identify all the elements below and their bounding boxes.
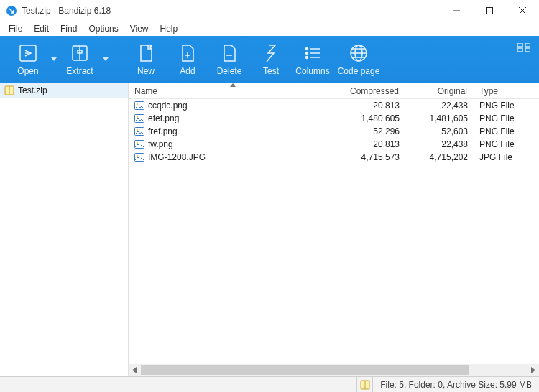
file-name: efef.png [148,113,179,123]
file-original: 22,438 [405,139,474,149]
columns-icon [303,43,323,63]
open-dropdown[interactable] [49,38,59,81]
menu-edit[interactable]: Edit [28,22,55,35]
maximize-button[interactable] [473,0,506,22]
column-name[interactable]: Name [129,83,337,98]
open-button[interactable]: Open [7,38,49,81]
file-type: PNG File [474,101,539,111]
archive-status-icon [357,377,373,393]
table-row[interactable]: IMG-1208.JPG4,715,5734,715,202JPG File [129,151,539,164]
columns-label: Columns [295,66,329,76]
file-type: PNG File [474,139,539,149]
svg-rect-28 [517,48,522,52]
sort-ascending-icon [230,83,236,87]
open-icon [18,43,38,63]
extract-dropdown[interactable] [101,38,111,81]
extract-icon [70,43,90,63]
scroll-thumb[interactable] [141,365,469,375]
svg-rect-38 [135,141,144,149]
svg-point-35 [137,116,138,118]
status-text: File: 5, Folder: 0, Archive Size: 5.99 M… [373,377,539,392]
svg-point-33 [137,103,138,105]
scroll-track[interactable] [141,364,527,376]
column-original[interactable]: Original [405,83,474,98]
delete-button[interactable]: Delete [208,38,250,81]
app-icon [6,5,17,17]
menu-file[interactable]: File [3,22,28,35]
menu-options[interactable]: Options [83,22,124,35]
add-button[interactable]: Add [167,38,208,81]
image-file-icon [134,113,144,123]
codepage-label: Code page [338,66,380,76]
table-row[interactable]: efef.png1,480,6051,481,605PNG File [129,112,539,125]
file-compressed: 4,715,573 [337,152,405,162]
svg-rect-29 [525,48,530,52]
codepage-button[interactable]: Code page [333,38,384,81]
svg-rect-34 [135,115,144,123]
tree-root-item[interactable]: Test.zip [0,83,128,98]
file-type: PNG File [474,126,539,136]
svg-point-17 [306,52,308,54]
table-row[interactable]: fref.png52,29652,603PNG File [129,125,539,138]
status-bar: File: 5, Folder: 0, Archive Size: 5.99 M… [0,376,539,392]
column-headers: Name Compressed Original Type [129,83,539,99]
image-file-icon [134,139,144,149]
new-icon [136,43,156,63]
file-compressed: 20,813 [337,101,405,111]
column-name-label: Name [134,86,157,96]
file-original: 22,438 [405,101,474,111]
delete-icon [219,43,239,63]
svg-point-19 [306,56,308,58]
close-button[interactable] [506,0,539,22]
open-label: Open [17,66,38,76]
column-type[interactable]: Type [474,83,539,98]
add-icon [178,43,198,63]
svg-rect-32 [135,102,144,110]
new-button[interactable]: New [125,38,167,81]
svg-rect-40 [135,154,144,162]
window-title: Test.zip - Bandizip 6.18 [22,6,111,16]
svg-point-41 [137,155,138,157]
scroll-left-icon[interactable] [129,364,141,376]
test-label: Test [263,66,279,76]
delete-label: Delete [217,66,242,76]
file-type: PNG File [474,113,539,123]
column-compressed[interactable]: Compressed [337,83,405,98]
file-list: ccqdc.png20,81322,438PNG Fileefef.png1,4… [129,99,539,364]
menu-find[interactable]: Find [55,22,83,35]
file-original: 52,603 [405,126,474,136]
svg-point-15 [306,47,308,50]
zip-icon [4,85,14,95]
column-original-label: Original [438,86,467,96]
minimize-button[interactable] [440,0,473,22]
test-button[interactable]: Test [250,38,292,81]
view-toggle-icon[interactable] [517,43,530,52]
column-compressed-label: Compressed [350,86,399,96]
columns-button[interactable]: Columns [292,38,333,81]
menu-help[interactable]: Help [155,22,184,35]
add-label: Add [180,66,195,76]
title-bar: Test.zip - Bandizip 6.18 [0,0,539,22]
extract-button[interactable]: Extract [59,38,101,81]
table-row[interactable]: ccqdc.png20,81322,438PNG File [129,99,539,112]
scroll-right-icon[interactable] [527,364,539,376]
file-name: fw.png [148,139,173,149]
archive-tree: Test.zip [0,83,129,376]
file-type: JPG File [474,152,539,162]
svg-point-39 [137,142,138,144]
image-file-icon [134,101,144,111]
file-compressed: 52,296 [337,126,405,136]
test-icon [261,43,281,63]
file-list-pane: Name Compressed Original Type ccqdc.png2… [129,83,539,376]
table-row[interactable]: fw.png20,81322,438PNG File [129,138,539,151]
menu-bar: File Edit Find Options View Help [0,22,539,36]
image-file-icon [134,126,144,136]
menu-view[interactable]: View [124,22,155,35]
file-original: 4,715,202 [405,152,474,162]
file-name: fref.png [148,126,178,136]
file-name: IMG-1208.JPG [148,152,206,162]
file-name: ccqdc.png [148,101,188,111]
file-compressed: 1,480,605 [337,113,405,123]
svg-rect-36 [135,128,144,136]
horizontal-scrollbar[interactable] [129,364,539,376]
